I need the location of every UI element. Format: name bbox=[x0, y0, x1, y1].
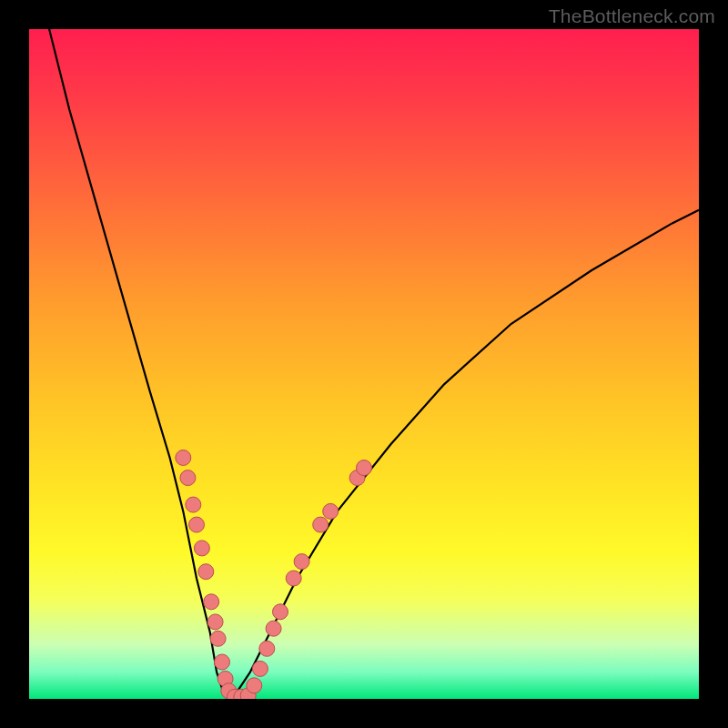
data-marker bbox=[215, 654, 230, 670]
plot-area bbox=[29, 29, 699, 699]
data-marker bbox=[176, 450, 191, 466]
data-marker bbox=[186, 497, 201, 512]
chart-svg bbox=[29, 29, 699, 699]
data-marker bbox=[189, 517, 205, 532]
data-marker bbox=[180, 470, 196, 486]
data-marker bbox=[273, 604, 288, 620]
data-marker bbox=[194, 541, 209, 556]
data-marker bbox=[198, 564, 214, 580]
data-marker bbox=[313, 517, 329, 532]
data-marker bbox=[259, 641, 275, 656]
watermark-text: TheBottleneck.com bbox=[549, 5, 715, 27]
curve-layer bbox=[49, 29, 699, 699]
data-marker bbox=[286, 571, 301, 586]
data-marker bbox=[357, 460, 372, 476]
data-marker bbox=[210, 631, 226, 646]
data-marker bbox=[266, 621, 281, 636]
bottleneck-curve bbox=[49, 29, 699, 699]
chart-frame: TheBottleneck.com bbox=[0, 0, 728, 728]
data-marker bbox=[204, 594, 219, 610]
data-marker bbox=[252, 661, 268, 676]
data-marker bbox=[247, 678, 262, 693]
data-marker bbox=[294, 554, 309, 570]
data-marker bbox=[323, 503, 339, 519]
data-marker bbox=[207, 614, 223, 630]
markers-layer bbox=[176, 450, 372, 700]
